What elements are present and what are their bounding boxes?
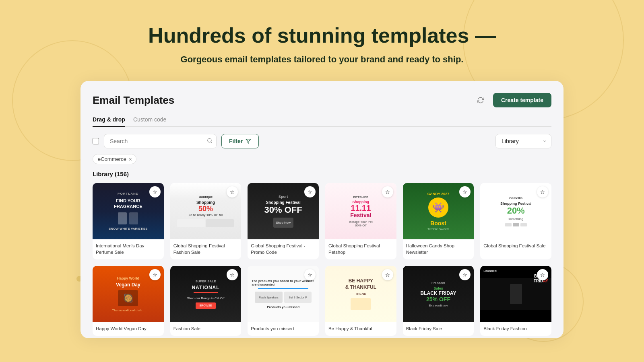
filter-button[interactable]: Filter	[221, 134, 259, 148]
template-card[interactable]: Happy World Vegan Day 🥘 The sensational …	[93, 266, 164, 336]
filter-tag-label: eCommerce	[98, 156, 126, 162]
filter-tag-remove-ecommerce[interactable]: ×	[129, 156, 132, 162]
header-actions: Create template	[474, 93, 551, 107]
template-name: Products you missed	[248, 322, 319, 336]
search-icon-button[interactable]	[207, 138, 213, 145]
template-card[interactable]: Sport Shopping Festival 30% OFF Shop Now…	[248, 183, 319, 259]
template-name: Halloween Candy Shop Newsletter	[403, 239, 474, 259]
template-name: International Men's Day Perfume Sale	[93, 239, 164, 259]
template-card[interactable]: PORTLAND FIND YOURFRAGRANCE SNOW WHITE V…	[93, 183, 164, 259]
section-title: Library (156)	[93, 171, 551, 177]
templates-grid: PORTLAND FIND YOURFRAGRANCE SNOW WHITE V…	[93, 183, 551, 336]
select-all-checkbox[interactable]	[93, 138, 99, 144]
template-name: Black Friday Sale	[403, 322, 474, 336]
library-select[interactable]: Library My Templates	[495, 134, 551, 148]
template-card[interactable]: Branded BLACKFRIDAY ☆ Black Friday Fashi…	[480, 266, 551, 336]
filter-tags: eCommerce ×	[93, 154, 551, 164]
refresh-button[interactable]	[474, 93, 487, 107]
favorite-button[interactable]: ☆	[537, 186, 548, 197]
template-name: Fashion Sale	[170, 322, 242, 336]
template-name: Black Friday Fashion	[480, 322, 551, 336]
template-card[interactable]: The products you added to your wishlist …	[248, 266, 319, 336]
template-card[interactable]: Freedom Sales BLACK FRIDAY 25% OFF Extra…	[403, 266, 474, 336]
card-header: Email Templates Create template	[93, 93, 551, 107]
card-title: Email Templates	[93, 94, 174, 107]
template-card[interactable]: PETSHOP Shopping 11.11 Festival Indulge …	[325, 183, 396, 259]
template-name: Happy World Vegan Day	[93, 322, 164, 336]
main-card: Email Templates Create template Drag & d…	[80, 81, 564, 338]
template-name: Global Shopping Festival Sale	[480, 239, 551, 253]
template-card[interactable]: CANDY 2027 👾 Boost Terrible Sweets ☆ Hal…	[403, 183, 474, 259]
template-card[interactable]: Boutique Shopping 50% Je te ready 10% OF…	[170, 183, 242, 259]
search-input-wrapper	[104, 134, 217, 148]
favorite-button[interactable]: ☆	[149, 269, 161, 280]
favorite-button[interactable]: ☆	[304, 186, 316, 197]
toolbar: Filter Library My Templates	[93, 134, 551, 148]
favorite-button[interactable]: ☆	[382, 269, 393, 280]
template-name: Be Happy & Thankful	[325, 322, 396, 336]
search-input[interactable]	[104, 134, 217, 148]
create-template-button[interactable]: Create template	[493, 93, 551, 107]
filter-icon	[246, 138, 251, 144]
tabs-bar: Drag & drop Custom code	[93, 113, 551, 127]
filter-label: Filter	[229, 138, 243, 144]
tab-drag-drop[interactable]: Drag & drop	[93, 113, 125, 127]
template-card[interactable]: BE HAPPY& THANKFUL TREND ☆ Be Happy & Th…	[325, 266, 396, 336]
template-card[interactable]: Camellia Shopping Festival 20% something…	[480, 183, 551, 259]
template-name: Global Shopping Festival Fashion Sale	[170, 239, 242, 259]
filter-tag-ecommerce: eCommerce ×	[93, 154, 136, 164]
favorite-button[interactable]: ☆	[382, 186, 393, 197]
favorite-button[interactable]: ☆	[149, 186, 161, 197]
tab-custom-code[interactable]: Custom code	[133, 113, 166, 127]
hero-title: Hundreds of stunning templates —	[8, 24, 636, 47]
template-name: Global Shopping Festival - Promo Code	[248, 239, 319, 259]
hero-section: Hundreds of stunning templates — Gorgeou…	[0, 0, 644, 77]
svg-marker-1	[246, 139, 251, 144]
hero-subtitle: Gorgeous email templates tailored to you…	[8, 54, 636, 65]
template-card[interactable]: SUPER SALE NATIONAL Shop our Range is 6%…	[170, 266, 242, 336]
template-name: Global Shopping Festival Petshop	[325, 239, 396, 259]
